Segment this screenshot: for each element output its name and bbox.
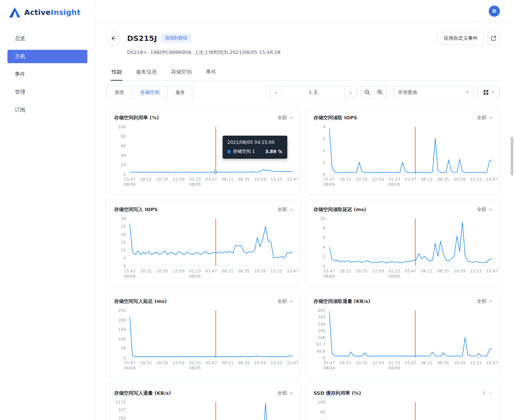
chart-title: 存储空间读取通量 (KB/s) xyxy=(314,298,371,305)
brand-insight-text: Insight xyxy=(51,8,81,17)
chart-body: 051015202530 xyxy=(114,219,293,266)
range-next-button[interactable]: › xyxy=(345,86,356,98)
sidebar-item-label: 主机 xyxy=(15,53,25,60)
chart-canvas xyxy=(130,219,293,266)
topbar: D xyxy=(95,0,514,22)
chart-title: 存储空间读取 IOPS xyxy=(314,114,357,121)
user-avatar[interactable]: D xyxy=(489,6,500,17)
chart-scope-dropdown[interactable]: 全部 xyxy=(477,206,492,213)
chart-scope-label: 全部 xyxy=(477,114,486,121)
plot-area[interactable] xyxy=(130,310,293,358)
chart-tooltip: 2021/08/05 04:15:00 存储空间 1 3.89 % xyxy=(223,136,287,159)
x-axis: 15:4708/0418:1120:3522:5901:2308/0503:47… xyxy=(130,177,293,189)
chart-scope-label: 全部 xyxy=(278,206,287,213)
sidebar-item-subscription[interactable]: 订阅 xyxy=(7,103,87,117)
brand-active-text: Active xyxy=(24,8,51,17)
chart-scope-dropdown[interactable]: 全部 xyxy=(278,114,293,121)
chart-scope-dropdown[interactable]: 无 xyxy=(482,390,492,397)
tooltip-date: 2021/08/05 04:15:00 xyxy=(227,140,282,145)
charts-grid: 存储空间利用率 (%) 全部 020406080100 2021/08/05 0… xyxy=(106,108,500,420)
chevron-down-icon xyxy=(489,209,492,211)
chart-card: 存储空间读取 IOPS 全部 01234 15:4708/04 xyxy=(306,108,500,194)
chart-body: 01234 xyxy=(314,127,492,174)
chart-scope-label: 全部 xyxy=(477,298,486,305)
chart-title: 存储空间写入通量 (KB/s) xyxy=(114,390,171,397)
tab-label: 存储空间 xyxy=(171,69,192,75)
tooltip-series-name: 存储空间 1 xyxy=(233,148,255,155)
chart-card: 存储空间写入 IOPS 全部 051015202530 15: xyxy=(106,200,301,286)
sidebar-item-overview[interactable]: 总览 xyxy=(7,32,87,45)
chevron-down-icon xyxy=(290,209,293,211)
range-value-field[interactable]: 1 天 xyxy=(282,86,345,98)
chart-scope-dropdown[interactable]: 全部 xyxy=(278,206,293,213)
sidebar-item-hosts[interactable]: 主机 xyxy=(7,50,87,63)
plot-area[interactable] xyxy=(130,219,293,266)
chart-card: 存储空间写入通量 (KB/s) 全部 01953915867829771172 xyxy=(106,383,301,420)
chevron-down-icon xyxy=(491,91,494,93)
tab-performance[interactable]: 性能 xyxy=(111,65,123,80)
sidebar-nav: 总览 主机 事件 管理 订阅 xyxy=(0,32,95,117)
chart-canvas xyxy=(329,127,492,174)
chart-body: 01953915867829771172 xyxy=(114,402,293,420)
chart-scope-dropdown[interactable]: 全部 xyxy=(278,298,293,305)
plot-area[interactable] xyxy=(329,127,492,174)
chart-canvas xyxy=(329,402,492,420)
x-axis: 15:4708/0418:1120:3522:5901:2308/0503:47… xyxy=(329,269,492,281)
chart-title: 存储空间写入 IOPS xyxy=(114,206,158,213)
layout-toggle-button[interactable] xyxy=(478,86,500,99)
segment-service[interactable]: 服务 xyxy=(167,86,193,98)
tab-label: 服务信息 xyxy=(136,69,157,75)
segment-system[interactable]: 系统 xyxy=(107,86,132,98)
chart-scope-dropdown[interactable]: 全部 xyxy=(477,298,492,305)
apply-custom-event-button[interactable]: 应用自定义事件 xyxy=(437,32,484,45)
chart-card: 存储空间写入延迟 (ms) 全部 050100150200250 xyxy=(106,291,301,378)
segment-label: 服务 xyxy=(175,89,185,96)
plot-area[interactable]: 2021/08/05 04:15:00 存储空间 1 3.89 % xyxy=(130,127,293,174)
plot-area[interactable] xyxy=(329,310,492,358)
chevron-down-icon xyxy=(489,117,492,119)
tooltip-value: 3.89 % xyxy=(256,149,282,154)
scrollbar-thumb[interactable] xyxy=(511,137,513,175)
plot-area[interactable] xyxy=(130,402,293,420)
chart-canvas xyxy=(329,310,492,358)
chart-scope-dropdown[interactable]: 全部 xyxy=(278,390,293,397)
y-axis: 048.897.7146195244293342 xyxy=(314,310,327,358)
y-axis: 01234 xyxy=(314,127,327,174)
sidebar-item-events[interactable]: 事件 xyxy=(7,68,87,81)
tab-service-info[interactable]: 服务信息 xyxy=(135,65,158,80)
sidebar-item-management[interactable]: 管理 xyxy=(7,85,87,99)
chart-card-header: 存储空间写入通量 (KB/s) 全部 xyxy=(114,390,293,397)
plot-area[interactable] xyxy=(329,219,492,266)
plot-area[interactable] xyxy=(329,402,492,420)
external-link-icon xyxy=(491,35,497,41)
chart-scope-dropdown[interactable]: 全部 xyxy=(477,114,492,121)
sidebar: ActiveInsight 总览 主机 事件 管理 订阅 xyxy=(0,0,95,420)
tab-events[interactable]: 事件 xyxy=(205,65,217,80)
grid-layout-icon xyxy=(483,90,489,95)
chart-body: 050100150200250 xyxy=(114,310,293,358)
chevron-down-icon xyxy=(290,117,293,119)
open-external-button[interactable] xyxy=(487,32,500,45)
tab-storage[interactable]: 存储空间 xyxy=(170,65,193,80)
add-to-group-badge[interactable]: 添加到群组 xyxy=(161,33,191,43)
chart-canvas xyxy=(329,219,492,266)
page-title: DS215J xyxy=(127,34,157,43)
main-area: D DS215J 添加到群组 应用自定义事件 xyxy=(95,0,514,420)
back-button[interactable] xyxy=(106,31,120,45)
chart-card-header: 存储空间利用率 (%) 全部 xyxy=(114,114,293,122)
segment-storage[interactable]: 存储空间 xyxy=(132,86,167,98)
chart-body: 048.897.7146195244293342 xyxy=(314,310,492,358)
range-prev-button[interactable]: ‹ xyxy=(270,86,282,98)
content: DS215J 添加到群组 应用自定义事件 DS218+, 19B0PCN9869… xyxy=(95,22,514,420)
zoom-out-button[interactable] xyxy=(361,86,374,98)
chart-card: 存储空间利用率 (%) 全部 020406080100 2021/08/05 0… xyxy=(106,108,301,194)
chart-card-header: 存储空间读取通量 (KB/s) 全部 xyxy=(314,298,492,305)
activeinsight-logo-icon xyxy=(9,7,21,18)
y-axis: 01953915867829771172 xyxy=(114,402,127,420)
charts-filter-select[interactable]: 所有图表 xyxy=(393,86,474,99)
zoom-in-button[interactable] xyxy=(374,86,386,98)
title-actions: 应用自定义事件 xyxy=(437,32,500,45)
chart-card-header: 存储空间写入 IOPS 全部 xyxy=(114,206,293,213)
series-swatch xyxy=(227,150,230,153)
x-axis: 15:4708/0418:1120:3522:5901:2308/0503:47… xyxy=(329,361,492,372)
